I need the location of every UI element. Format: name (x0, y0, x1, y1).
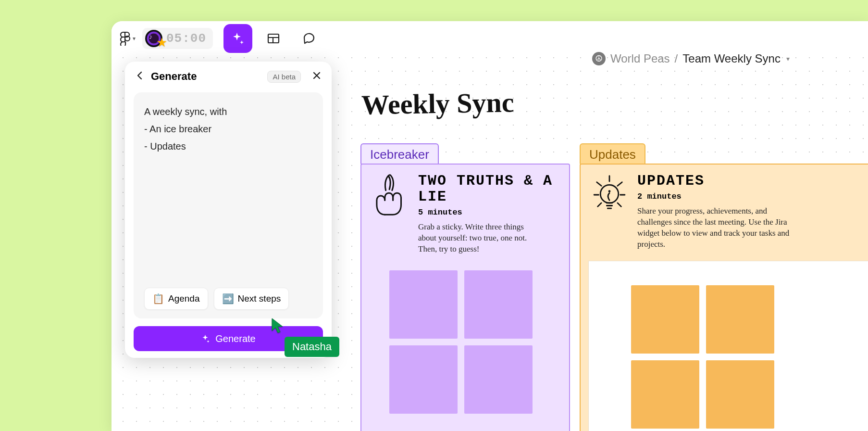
section-tab-updates[interactable]: Updates (580, 143, 645, 166)
sticky-note[interactable] (706, 360, 774, 429)
chevron-down-icon[interactable]: ▾ (786, 55, 790, 63)
sticky-grid-updates (606, 275, 868, 429)
back-icon[interactable] (136, 70, 144, 83)
board-title[interactable]: Weekly Sync (361, 86, 514, 121)
viewport: ▾ ♪ ★ 05:00 (0, 0, 868, 431)
remote-cursor (271, 317, 284, 334)
clipboard-icon: 📋 (152, 293, 164, 304)
svg-line-8 (618, 182, 622, 186)
ai-tool-button[interactable] (223, 24, 252, 53)
close-icon[interactable] (312, 70, 321, 83)
generate-button-label: Generate (215, 333, 255, 344)
frame-text: TWO TRUTHS & A LIE 5 minutes Grab a stic… (418, 173, 559, 255)
lightbulb-icon (590, 173, 629, 216)
remote-cursor-label: Natasha (285, 337, 339, 357)
section-frame-icebreaker[interactable]: TWO TRUTHS & A LIE 5 minutes Grab a stic… (360, 164, 570, 431)
breadcrumb-file: Team Weekly Sync (682, 52, 781, 65)
sticky-grid-icebreaker (361, 260, 569, 414)
chevron-down-icon: ▾ (133, 35, 136, 42)
breadcrumb[interactable]: ☮ World Peas / Team Weekly Sync ▾ (592, 52, 790, 65)
arrow-right-icon: ➡️ (222, 293, 234, 304)
prompt-textarea[interactable]: A weekly sync, with - An ice breaker - U… (144, 103, 312, 281)
timer-value: 05:00 (166, 31, 206, 46)
prompt-card: A weekly sync, with - An ice breaker - U… (134, 92, 323, 318)
svg-line-11 (598, 203, 602, 207)
icebreaker-heading: TWO TRUTHS & A LIE (418, 173, 559, 205)
frame-header: TWO TRUTHS & A LIE 5 minutes Grab a stic… (361, 165, 569, 260)
sparkle-icon (201, 334, 211, 343)
updates-inner-panel (588, 261, 868, 431)
chip-agenda[interactable]: 📋 Agenda (144, 288, 208, 310)
breadcrumb-separator: / (675, 52, 678, 65)
toolbar: ▾ ♪ ★ 05:00 (112, 21, 868, 56)
ai-panel-header: Generate AI beta (125, 62, 332, 89)
sticky-note[interactable] (389, 270, 458, 339)
svg-point-5 (608, 190, 611, 192)
ai-panel-title: Generate (151, 70, 260, 83)
ai-beta-badge: AI beta (267, 71, 301, 83)
chip-next-steps[interactable]: ➡️ Next steps (214, 288, 289, 310)
chip-label: Next steps (238, 293, 281, 304)
ai-generate-panel: Generate AI beta A weekly sync, with - A… (125, 62, 332, 358)
sticky-note[interactable] (631, 285, 699, 354)
chip-label: Agenda (168, 293, 200, 304)
svg-line-12 (618, 203, 621, 207)
section-frame-updates[interactable]: UPDATES 2 minutes Share your progress, a… (580, 164, 868, 431)
star-icon: ★ (156, 35, 167, 50)
timer-widget[interactable]: ♪ ★ 05:00 (142, 28, 213, 49)
section-tab-icebreaker[interactable]: Icebreaker (360, 143, 439, 166)
svg-line-7 (597, 182, 601, 186)
sticky-note[interactable] (631, 360, 699, 429)
sticky-note[interactable] (389, 345, 458, 414)
suggestion-chips: 📋 Agenda ➡️ Next steps (144, 288, 312, 310)
icebreaker-description: Grab a sticky. Write three things about … (418, 222, 543, 255)
app-logo[interactable]: ▾ (120, 31, 136, 46)
sticky-note[interactable] (464, 270, 533, 339)
frame-text: UPDATES 2 minutes Share your progress, a… (637, 173, 801, 250)
comment-tool-button[interactable] (295, 24, 323, 53)
vinyl-icon: ♪ ★ (145, 30, 162, 47)
sticky-note[interactable] (464, 345, 533, 414)
team-avatar-icon: ☮ (592, 52, 606, 65)
music-note-icon: ♪ (149, 33, 152, 40)
updates-description: Share your progress, achievements, and c… (637, 206, 801, 250)
frame-header: UPDATES 2 minutes Share your progress, a… (581, 165, 868, 255)
updates-duration: 2 minutes (637, 192, 801, 201)
layout-tool-button[interactable] (259, 24, 288, 53)
updates-heading: UPDATES (637, 173, 801, 189)
sticky-note[interactable] (706, 285, 774, 354)
icebreaker-duration: 5 minutes (418, 208, 559, 217)
breadcrumb-team: World Peas (610, 52, 670, 65)
fingers-crossed-icon (371, 173, 409, 216)
